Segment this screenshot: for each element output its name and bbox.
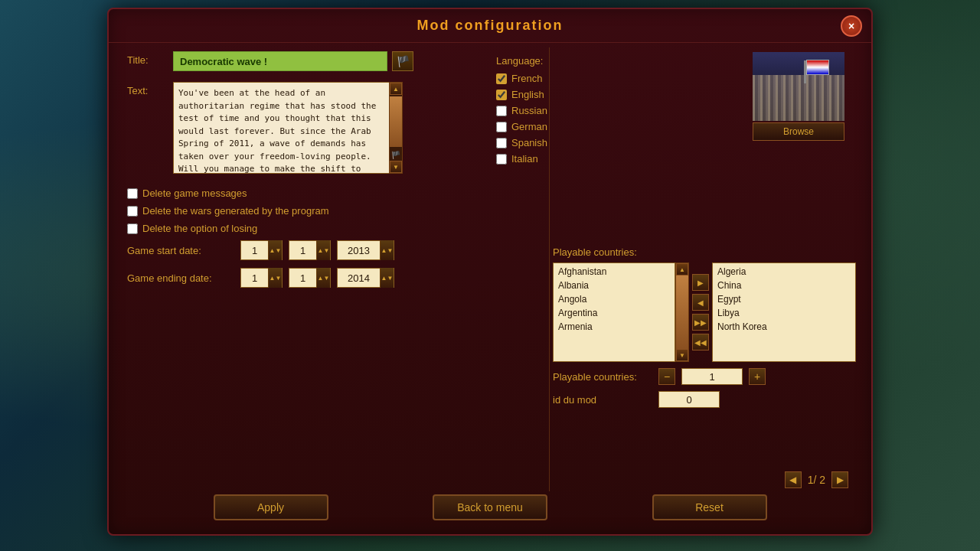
countries-lists-container: Afghanistan Albania Angola Argentina Arm… [553,262,856,362]
bottom-buttons: Apply Back to menu Reset [109,494,871,520]
playable-countries-label: Playable countries: [553,246,856,258]
game-end-year-arrow[interactable]: ▲▼ [380,268,394,288]
checkboxes-section: Delete game messages Delete the wars gen… [127,187,548,234]
title-input[interactable] [173,51,387,71]
flag-icon: 🏴 [397,55,410,67]
count-minus-button[interactable]: − [658,368,675,385]
browse-button[interactable]: Browse [753,122,844,141]
delete-losing-label: Delete the option of losing [142,223,257,234]
delete-wars-label: Delete the wars generated by the program [142,205,329,217]
delete-wars-checkbox[interactable] [127,206,138,217]
game-start-row: Game start date: 1 ▲▼ 1 ▲▼ 2013 ▲▼ [127,240,548,260]
playable-count-row: Playable countries: − + [553,368,856,385]
list-item[interactable]: Armenia [555,320,673,334]
reset-button[interactable]: Reset [652,494,767,520]
count-plus-button[interactable]: + [749,368,766,385]
title-flag-button[interactable]: 🏴 [392,51,413,71]
pagination: ◀ 1/ 2 ▶ [785,471,848,488]
transfer-left-button[interactable]: ◀ [692,294,709,311]
english-label: English [511,89,544,100]
available-countries-list[interactable]: Afghanistan Albania Angola Argentina Arm… [553,262,675,362]
mod-id-input[interactable] [658,391,720,408]
left-scroll-up[interactable]: ▲ [676,263,688,276]
list-item[interactable]: Afghanistan [555,265,673,279]
game-end-month-arrow[interactable]: ▲▼ [316,268,330,288]
list-item[interactable]: Angola [555,292,673,306]
game-start-month-arrow[interactable]: ▲▼ [316,240,330,260]
delete-messages-checkbox[interactable] [127,188,138,199]
prev-page-button[interactable]: ◀ [785,471,802,488]
italian-checkbox[interactable] [496,154,507,165]
mod-id-label: id du mod [553,394,652,406]
game-start-month: 1 [289,245,316,256]
game-start-year-arrow[interactable]: ▲▼ [380,240,394,260]
left-scroll-down[interactable]: ▼ [676,349,688,361]
back-to-menu-button[interactable]: Back to menu [433,494,547,520]
page-indicator: 1/ 2 [808,474,825,486]
list-item[interactable]: Egypt [714,292,854,306]
list-item[interactable]: Algeria [714,265,854,279]
game-start-day-spinner: 1 ▲▼ [240,240,283,260]
lang-italian: Italian [496,153,603,165]
text-row: Text: ▲ 🏴 ▼ [127,82,548,177]
list-item[interactable]: North Korea [714,320,854,334]
game-end-month: 1 [289,272,316,284]
game-end-day-spinner: 1 ▲▼ [240,268,283,288]
lang-german: German [496,121,603,132]
game-end-row: Game ending date: 1 ▲▼ 1 ▲▼ 2014 ▲▼ [127,268,548,288]
german-checkbox[interactable] [496,122,507,132]
transfer-right-button[interactable]: ▶ [692,274,709,291]
game-end-year-spinner: 2014 ▲▼ [337,268,394,288]
german-label: German [511,121,547,132]
russian-checkbox[interactable] [496,106,507,116]
text-scrollbar[interactable]: ▲ 🏴 ▼ [389,82,403,174]
game-start-day-arrow[interactable]: ▲▼ [268,240,282,260]
game-end-label: Game ending date: [127,272,234,284]
french-checkbox[interactable] [496,73,507,84]
spanish-checkbox[interactable] [496,138,507,148]
list-item[interactable]: Libya [714,306,854,320]
modal-title-bar: Mod configuration × [109,9,871,43]
game-end-year: 2014 [338,272,380,284]
game-start-day: 1 [241,245,268,256]
count-input[interactable] [681,368,743,385]
delete-messages-label: Delete game messages [142,187,247,199]
title-input-row: 🏴 [173,51,413,71]
close-button[interactable]: × [841,15,862,37]
selected-countries-list[interactable]: Algeria China Egypt Libya North Korea [712,262,856,362]
playable-count-label: Playable countries: [553,371,652,383]
language-label: Language: [496,55,603,67]
list-item[interactable]: Argentina [555,306,673,320]
text-label: Text: [127,82,173,96]
game-start-month-spinner: 1 ▲▼ [289,240,331,260]
text-container: ▲ 🏴 ▼ [173,82,403,177]
scroll-up-arrow[interactable]: ▲ [390,83,402,95]
list-item[interactable]: Albania [555,279,673,292]
scroll-down-arrow[interactable]: ▼ [390,161,402,173]
countries-section: Playable countries: Afghanistan Albania … [553,246,856,408]
transfer-buttons: ▶ ◀ ▶▶ ◀◀ [692,262,709,362]
english-checkbox[interactable] [496,90,507,100]
scroll-track[interactable] [390,96,402,147]
lang-english: English [496,89,603,100]
left-panel: Title: 🏴 Text: ▲ 🏴 ▼ [127,51,548,295]
title-row: Title: 🏴 [127,51,548,71]
apply-button[interactable]: Apply [214,494,328,520]
check-delete-messages: Delete game messages [127,187,548,199]
game-start-year: 2013 [338,245,380,256]
left-scroll-track[interactable] [676,276,688,349]
text-input[interactable] [173,82,399,174]
lang-french: French [496,73,603,84]
italian-label: Italian [511,153,538,165]
preview-image [753,52,844,121]
next-page-button[interactable]: ▶ [831,471,848,488]
transfer-all-left-button[interactable]: ◀◀ [692,334,709,350]
delete-losing-checkbox[interactable] [127,223,138,234]
game-end-day-arrow[interactable]: ▲▼ [268,268,282,288]
transfer-all-right-button[interactable]: ▶▶ [692,314,709,331]
russian-label: Russian [511,105,547,116]
left-list-scrollbar[interactable]: ▲ ▼ [675,262,689,362]
check-delete-wars: Delete the wars generated by the program [127,205,548,217]
spanish-label: Spanish [511,137,547,148]
list-item[interactable]: China [714,279,854,292]
